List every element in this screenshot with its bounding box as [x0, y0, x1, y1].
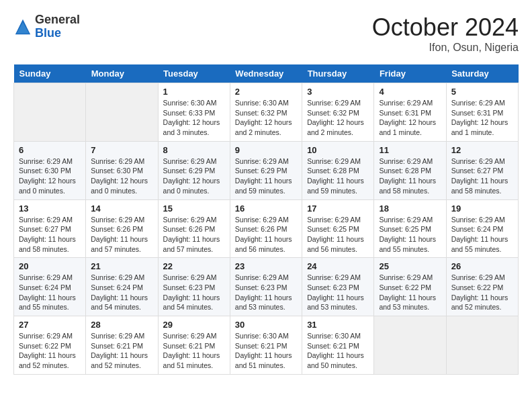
day-number: 2 — [235, 87, 297, 97]
day-info: Sunrise: 6:29 AM Sunset: 6:22 PM Dayligh… — [19, 331, 81, 371]
calendar-cell: 14Sunrise: 6:29 AM Sunset: 6:26 PM Dayli… — [86, 199, 158, 258]
logo-blue-text: Blue — [35, 27, 80, 40]
calendar-cell: 9Sunrise: 6:29 AM Sunset: 6:29 PM Daylig… — [230, 141, 302, 199]
day-info: Sunrise: 6:29 AM Sunset: 6:24 PM Dayligh… — [451, 215, 513, 255]
weekday-monday: Monday — [86, 64, 158, 83]
calendar-cell: 13Sunrise: 6:29 AM Sunset: 6:27 PM Dayli… — [14, 199, 86, 258]
calendar-cell: 10Sunrise: 6:29 AM Sunset: 6:28 PM Dayli… — [302, 141, 374, 199]
day-info: Sunrise: 6:29 AM Sunset: 6:28 PM Dayligh… — [307, 156, 369, 196]
day-info: Sunrise: 6:29 AM Sunset: 6:31 PM Dayligh… — [451, 98, 513, 138]
calendar-cell: 16Sunrise: 6:29 AM Sunset: 6:26 PM Dayli… — [230, 199, 302, 258]
day-number: 3 — [307, 87, 369, 97]
day-number: 11 — [379, 145, 441, 155]
day-info: Sunrise: 6:30 AM Sunset: 6:21 PM Dayligh… — [235, 331, 297, 371]
calendar-cell: 7Sunrise: 6:29 AM Sunset: 6:30 PM Daylig… — [86, 141, 158, 199]
calendar-body: 1Sunrise: 6:30 AM Sunset: 6:33 PM Daylig… — [14, 83, 519, 375]
calendar-cell — [86, 83, 158, 142]
calendar-cell: 17Sunrise: 6:29 AM Sunset: 6:25 PM Dayli… — [302, 199, 374, 258]
day-info: Sunrise: 6:29 AM Sunset: 6:22 PM Dayligh… — [379, 273, 441, 312]
week-row-5: 27Sunrise: 6:29 AM Sunset: 6:22 PM Dayli… — [14, 316, 519, 375]
month-title: October 2024 — [372, 13, 519, 42]
logo-general-text: General — [35, 13, 80, 27]
day-number: 10 — [307, 145, 369, 155]
day-info: Sunrise: 6:29 AM Sunset: 6:29 PM Dayligh… — [235, 156, 297, 196]
calendar-cell: 18Sunrise: 6:29 AM Sunset: 6:25 PM Dayli… — [374, 199, 446, 258]
day-info: Sunrise: 6:30 AM Sunset: 6:32 PM Dayligh… — [235, 98, 297, 138]
calendar-cell: 22Sunrise: 6:29 AM Sunset: 6:23 PM Dayli… — [158, 258, 230, 316]
calendar-cell: 27Sunrise: 6:29 AM Sunset: 6:22 PM Dayli… — [14, 316, 86, 375]
day-number: 16 — [235, 203, 297, 214]
day-number: 30 — [235, 320, 297, 330]
day-number: 19 — [451, 203, 513, 214]
calendar-cell — [446, 316, 518, 375]
day-number: 4 — [379, 87, 441, 97]
day-info: Sunrise: 6:29 AM Sunset: 6:26 PM Dayligh… — [235, 215, 297, 255]
title-block: October 2024 Ifon, Osun, Nigeria — [372, 13, 519, 54]
day-info: Sunrise: 6:29 AM Sunset: 6:29 PM Dayligh… — [163, 156, 225, 196]
calendar-table: SundayMondayTuesdayWednesdayThursdayFrid… — [13, 64, 519, 375]
day-number: 15 — [163, 203, 225, 214]
day-info: Sunrise: 6:29 AM Sunset: 6:22 PM Dayligh… — [451, 273, 513, 312]
week-row-3: 13Sunrise: 6:29 AM Sunset: 6:27 PM Dayli… — [14, 199, 519, 258]
day-info: Sunrise: 6:29 AM Sunset: 6:30 PM Dayligh… — [19, 156, 81, 196]
calendar-cell: 3Sunrise: 6:29 AM Sunset: 6:32 PM Daylig… — [302, 83, 374, 142]
weekday-sunday: Sunday — [14, 64, 86, 83]
day-info: Sunrise: 6:29 AM Sunset: 6:27 PM Dayligh… — [19, 215, 81, 255]
day-info: Sunrise: 6:29 AM Sunset: 6:30 PM Dayligh… — [91, 156, 152, 196]
day-number: 14 — [91, 203, 152, 214]
calendar-cell: 21Sunrise: 6:29 AM Sunset: 6:24 PM Dayli… — [86, 258, 158, 316]
day-number: 27 — [19, 320, 81, 330]
day-info: Sunrise: 6:29 AM Sunset: 6:28 PM Dayligh… — [379, 156, 441, 196]
calendar-cell: 2Sunrise: 6:30 AM Sunset: 6:32 PM Daylig… — [230, 83, 302, 142]
calendar-cell: 24Sunrise: 6:29 AM Sunset: 6:23 PM Dayli… — [302, 258, 374, 316]
weekday-wednesday: Wednesday — [230, 64, 302, 83]
day-number: 25 — [379, 261, 441, 271]
day-number: 22 — [163, 261, 225, 271]
day-number: 31 — [307, 320, 369, 330]
day-info: Sunrise: 6:29 AM Sunset: 6:26 PM Dayligh… — [91, 215, 152, 255]
calendar-cell: 31Sunrise: 6:30 AM Sunset: 6:21 PM Dayli… — [302, 316, 374, 375]
calendar-cell: 15Sunrise: 6:29 AM Sunset: 6:26 PM Dayli… — [158, 199, 230, 258]
day-number: 13 — [19, 203, 81, 214]
day-number: 28 — [91, 320, 152, 330]
calendar-cell: 19Sunrise: 6:29 AM Sunset: 6:24 PM Dayli… — [446, 199, 518, 258]
calendar-cell: 6Sunrise: 6:29 AM Sunset: 6:30 PM Daylig… — [14, 141, 86, 199]
calendar-cell: 1Sunrise: 6:30 AM Sunset: 6:33 PM Daylig… — [158, 83, 230, 142]
day-number: 29 — [163, 320, 225, 330]
weekday-friday: Friday — [374, 64, 446, 83]
calendar-cell — [14, 83, 86, 142]
calendar-cell: 25Sunrise: 6:29 AM Sunset: 6:22 PM Dayli… — [374, 258, 446, 316]
day-info: Sunrise: 6:30 AM Sunset: 6:33 PM Dayligh… — [163, 98, 225, 138]
day-number: 6 — [19, 145, 81, 155]
day-number: 26 — [451, 261, 513, 271]
day-info: Sunrise: 6:29 AM Sunset: 6:31 PM Dayligh… — [379, 98, 441, 138]
weekday-saturday: Saturday — [446, 64, 518, 83]
day-info: Sunrise: 6:29 AM Sunset: 6:25 PM Dayligh… — [307, 215, 369, 255]
day-info: Sunrise: 6:29 AM Sunset: 6:27 PM Dayligh… — [451, 156, 513, 196]
day-number: 23 — [235, 261, 297, 271]
weekday-header-row: SundayMondayTuesdayWednesdayThursdayFrid… — [14, 64, 519, 83]
calendar-cell: 8Sunrise: 6:29 AM Sunset: 6:29 PM Daylig… — [158, 141, 230, 199]
day-number: 9 — [235, 145, 297, 155]
day-info: Sunrise: 6:30 AM Sunset: 6:21 PM Dayligh… — [307, 331, 369, 371]
day-info: Sunrise: 6:29 AM Sunset: 6:25 PM Dayligh… — [379, 215, 441, 255]
day-number: 1 — [163, 87, 225, 97]
logo-icon — [13, 17, 32, 36]
calendar-cell: 4Sunrise: 6:29 AM Sunset: 6:31 PM Daylig… — [374, 83, 446, 142]
calendar-cell — [374, 316, 446, 375]
day-number: 18 — [379, 203, 441, 214]
weekday-tuesday: Tuesday — [158, 64, 230, 83]
week-row-1: 1Sunrise: 6:30 AM Sunset: 6:33 PM Daylig… — [14, 83, 519, 142]
svg-marker-1 — [17, 22, 29, 34]
week-row-4: 20Sunrise: 6:29 AM Sunset: 6:24 PM Dayli… — [14, 258, 519, 316]
calendar-cell: 23Sunrise: 6:29 AM Sunset: 6:23 PM Dayli… — [230, 258, 302, 316]
logo: General Blue — [13, 13, 80, 40]
day-info: Sunrise: 6:29 AM Sunset: 6:32 PM Dayligh… — [307, 98, 369, 138]
page-header: General Blue October 2024 Ifon, Osun, Ni… — [13, 13, 519, 54]
calendar-cell: 28Sunrise: 6:29 AM Sunset: 6:21 PM Dayli… — [86, 316, 158, 375]
day-number: 8 — [163, 145, 225, 155]
calendar-cell: 20Sunrise: 6:29 AM Sunset: 6:24 PM Dayli… — [14, 258, 86, 316]
calendar-cell: 11Sunrise: 6:29 AM Sunset: 6:28 PM Dayli… — [374, 141, 446, 199]
week-row-2: 6Sunrise: 6:29 AM Sunset: 6:30 PM Daylig… — [14, 141, 519, 199]
calendar-cell: 29Sunrise: 6:29 AM Sunset: 6:21 PM Dayli… — [158, 316, 230, 375]
